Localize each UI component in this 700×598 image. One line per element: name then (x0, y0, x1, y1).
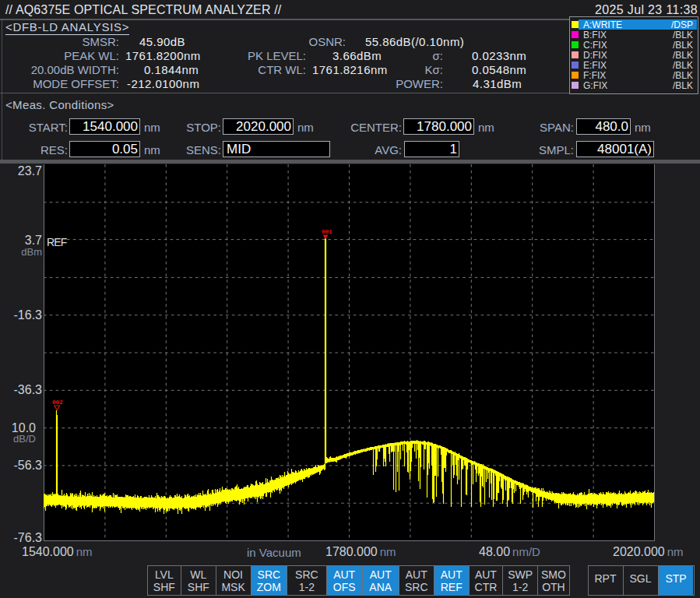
svg-text:001: 001 (322, 228, 332, 235)
svg-text:002: 002 (52, 399, 63, 406)
